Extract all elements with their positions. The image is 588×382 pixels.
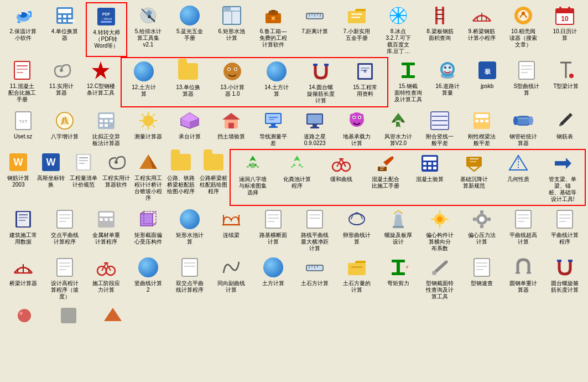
icon-small3[interactable] — [91, 302, 135, 331]
icon-label: 地基承载力计算 — [343, 133, 371, 147]
icon-shuang-jiaodian[interactable]: 双交点平曲线计算程序 — [169, 254, 210, 302]
icon-gaosi-zuobiao[interactable]: W 高斯坐标转换 — [35, 149, 67, 206]
icon-lugongxiang[interactable]: 6.鲁工箱—免费的工程计算软件 — [252, 2, 294, 57]
icon-jpskb[interactable]: 极 jpskb — [467, 57, 507, 107]
icon-gongliang-qingdan[interactable]: 工程量清单计价规范 — [67, 149, 100, 206]
icon-gonglujiaoliang2[interactable]: 公路桥梁桩柱配筋绘图程序 — [197, 149, 230, 206]
icon-hunningtu-peihebishi[interactable]: 11.混凝土配合比施工手册 — [2, 57, 41, 107]
icon-daoxian-celiang[interactable]: 导线测量平差 — [252, 107, 294, 149]
icon-juxing-shuchi2[interactable]: 矩形水池计算 — [169, 206, 210, 254]
icon-bazi-zengjisuan[interactable]: 八 八字增计算 — [44, 107, 85, 149]
star-red-icon — [90, 59, 112, 81]
icon-rili-jisuan[interactable]: 10 10.日历计算 — [544, 2, 586, 57]
icon-qiaoliang-jisuanqi[interactable]: 桥梁计算器 — [2, 254, 44, 302]
icon-juli[interactable]: 7.距离计算 — [294, 2, 336, 57]
icon-languang[interactable]: 5.蓝光五金手册 — [169, 2, 211, 57]
icon-pianxin-yali[interactable]: 偏心压力法计算 — [461, 206, 502, 254]
icon-16-daolu[interactable]: 16.道路计算量 — [428, 57, 467, 107]
icon-gangxing-xie[interactable]: 刚性楔梁法般平差 — [461, 107, 502, 149]
icon-gonglujiaoliang[interactable]: 公路、铁路桥梁桩配筋绘图小程序 — [165, 149, 197, 206]
icon-tushifang-jisuan[interactable]: 土石方计算 — [294, 254, 336, 302]
icon-diji-chengzai[interactable]: 地基承载力计算 — [336, 107, 377, 149]
icon-luanxing-quxian[interactable]: 卵形曲线计算 — [336, 206, 377, 254]
icon-handong-bazi[interactable]: 涵洞八字墙与标准图集选择 — [231, 150, 275, 198]
icon-14-yuantai[interactable]: 14.圆台螺旋箍筋长度计算 — [299, 58, 343, 106]
icon-luxian-pinquxian[interactable]: 路线平曲线最大横净距计算 — [294, 206, 336, 254]
icon-bini-jisuanqi[interactable]: 比拟正交异板法计算器 — [86, 107, 127, 149]
icon-label: 矩形水池计算 — [176, 232, 204, 245]
icon-luoxuan-bancheng[interactable]: 螺旋及板厚设计 — [377, 206, 419, 254]
icon-paishui[interactable]: 5.给排水计算工具集v2.1 — [127, 2, 169, 57]
icon-t-liang[interactable]: T型梁计算 — [547, 57, 586, 107]
icon-15-gongcheng[interactable]: e 15.工程常用资料 — [343, 58, 387, 100]
icon-daolu-zhixing[interactable]: 道路之星0.9.0223 — [294, 107, 336, 149]
icon-small1[interactable] — [2, 302, 46, 331]
svg-point-275 — [19, 312, 23, 315]
icon-huafenchi[interactable]: 化粪池计算程序 — [275, 150, 319, 192]
icon-14-tufang[interactable]: 14.土方计算 — [254, 58, 299, 100]
icon-13-xiao-jisuanqi[interactable]: 13.小计算器 1.0 — [210, 58, 254, 100]
icon-shiyong-jisuanqi[interactable]: 11.实用计算器 — [41, 57, 81, 107]
icon-pdfword[interactable]: PDF→Word 4.转转大师（PDF转Word等） — [86, 2, 128, 57]
icon-xiaoxin-wujin[interactable]: 7.小新实用五金手册 — [336, 2, 377, 57]
svg-rect-145 — [480, 120, 483, 122]
icon-sheji-gaocheng[interactable]: 设计高程计算程序（坡度） — [44, 254, 85, 302]
icon-qiaoliang-gangjin[interactable]: 9.桥梁钢筋计算小程序 — [461, 2, 502, 57]
icon-wanju-jianliqie[interactable]: ✓ 弯矩剪力 — [377, 254, 419, 302]
icon-label: 4.转转大师（PDF转Word等） — [93, 29, 119, 49]
icon-jiaodian-pinquxian[interactable]: 交点平曲线计算程序 — [44, 206, 85, 254]
icon-yuangang-danzhong[interactable]: 圆钢单重计算器 — [502, 254, 544, 302]
icon-juxing-jiedian[interactable]: 矩形截面偏心受压构件 — [127, 206, 169, 254]
icon-daoke-reader[interactable]: 10.稻壳阅读器（搜索文章） — [502, 2, 544, 57]
icon-small2[interactable] — [46, 302, 91, 331]
icon-label: 刚性楔梁法般平差 — [468, 133, 496, 147]
icon-liangban-gangjin[interactable]: 8.梁板钢筋面积查询 — [419, 2, 461, 57]
icon-fuhe-shu-xian[interactable]: 附合竖线一般平差 — [419, 107, 461, 149]
icon-huanhe-quxian[interactable]: 缓和曲线 — [319, 150, 363, 185]
icon-gangjin-2003[interactable]: W 钢筋计算2003 — [2, 149, 35, 206]
icon-fengguan-shuli[interactable]: 风管水力计算V2.0 — [377, 107, 419, 149]
icon-s-quxian[interactable]: S型曲线计算 — [507, 57, 546, 107]
icon-pianxin-goujian[interactable]: 偏心构件计算横向分布系数 — [419, 206, 461, 254]
icon-shigong-yingli[interactable]: 施工阶段应力计算 — [86, 254, 127, 302]
icon-tongxiang-fu[interactable]: 同向副曲线计算 — [211, 254, 252, 302]
icon-baowenjisuan[interactable]: 2.保温计算小软件 — [2, 2, 44, 57]
icon-gangguan-tong[interactable]: 钢管砼统计算器 — [502, 107, 544, 149]
icon-yuantai-luoxuan[interactable]: 圆台螺旋箍筋长度计算 — [544, 254, 586, 302]
icon-pinquxian-jisuan[interactable]: 平曲线计算程序 — [544, 206, 586, 254]
icon-13-danwei[interactable]: 13.单位换算器 — [166, 58, 210, 100]
icon-shujuxian-2[interactable]: 竖曲线计算2 — [127, 254, 169, 302]
bike2-icon — [95, 256, 117, 278]
icon-hunningtu-peihebishi2[interactable]: 混凝土配合比施工手册 — [363, 150, 408, 192]
icon-pinquxian-chaogao[interactable]: 平曲线超高计算 — [502, 206, 544, 254]
icon-jinshu-caizhong[interactable]: 金属材单重计算程序 — [86, 206, 127, 254]
icon-xinggang-suchao[interactable]: 型钢速查 — [461, 254, 502, 302]
icon-bingdian[interactable]: 8.冰点3.2.7.可下载百度文库.豆丁… — [377, 2, 419, 57]
svg-point-85 — [449, 66, 451, 69]
icon-jihe-xingzhi[interactable]: 几何性质 — [496, 150, 540, 185]
icon-gongcheng-shiyong[interactable]: 工程实用计算器软件 — [100, 149, 132, 206]
icon-guan-zhiliang[interactable]: 管支梁、单梁、锚桩、基础等设计工具! — [540, 150, 585, 205]
icon-12-tufang[interactable]: 12.土方计算 — [122, 58, 166, 100]
icon-hunningtu-yansuan[interactable]: 混凝土验算 — [408, 150, 452, 185]
icon-celiang-jisuanqi[interactable]: 测量计算器 — [127, 107, 169, 149]
icon-gongcheng-qiao-cheng[interactable]: 工程实用工程计计桥计台锥坡小程序 — [132, 149, 165, 206]
icon-chengtai[interactable]: 承台计算 — [169, 107, 210, 149]
svg-line-114 — [153, 114, 155, 116]
icon-luji-hengduan[interactable]: 路基横断面计算 — [252, 206, 294, 254]
icon-15-gang-jie[interactable]: 15.钢截面特性查询及计算工具 — [388, 57, 428, 107]
icon-tushifang-liang[interactable]: 土石方量的计算 — [336, 254, 377, 302]
icon-juxing-shuchi[interactable]: 6.矩形水池计算 — [211, 2, 252, 57]
icon-c-gang-lou[interactable]: 12.C型钢楼条计算工具 — [81, 57, 121, 107]
icon-label: 竖曲线计算2 — [134, 280, 162, 293]
icon-dangtuqiang[interactable]: 挡土墙验算 — [211, 107, 252, 149]
row-1: 2.保温计算小软件 4.单位换算器 PDF→Word 4.转转大师（PDF转Wo… — [2, 2, 586, 57]
icon-lianxu-liang[interactable]: 连续梁 — [211, 206, 252, 254]
icon-gangjin-biao[interactable]: 钢筋表 — [544, 107, 586, 149]
icon-jianzhu-shigong[interactable]: 建筑施工常用数据 — [2, 206, 44, 254]
icon-tufang-jisuan[interactable]: 土方计算 — [252, 254, 294, 302]
icon-jichu-chenjian[interactable]: 基础沉降计算新规范 — [452, 150, 496, 192]
icon-uset-sz[interactable]: TXT Uset.sz — [2, 107, 44, 149]
icon-danweihuansuan[interactable]: 4.单位换算器 — [44, 2, 85, 57]
icon-xinggang-jiedian[interactable]: 型钢截面特性查询及计算工具 — [419, 254, 461, 302]
